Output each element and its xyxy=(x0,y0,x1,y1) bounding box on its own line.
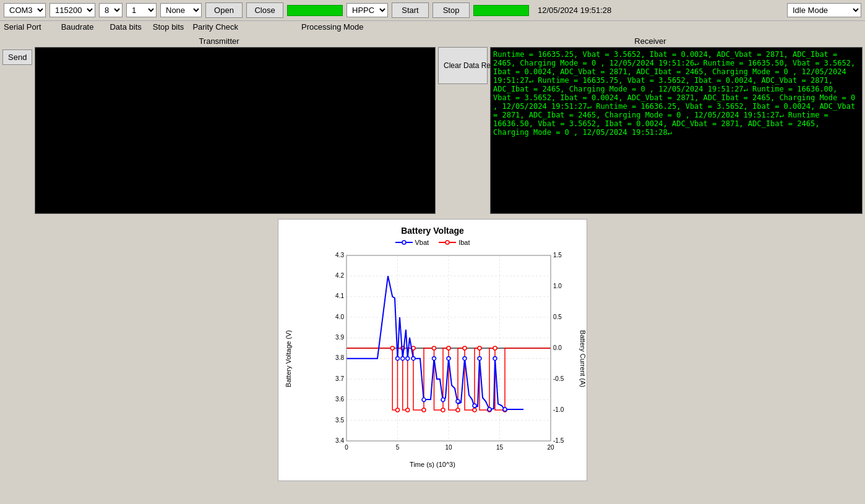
svg-point-66 xyxy=(447,357,450,361)
svg-point-68 xyxy=(463,357,467,361)
svg-text:3.9: 3.9 xyxy=(335,334,344,341)
transmitter-inner: Send xyxy=(2,47,436,214)
legend-ibat: Ibat xyxy=(439,238,470,247)
svg-text:0: 0 xyxy=(345,444,348,451)
svg-text:0.0: 0.0 xyxy=(553,344,562,351)
close-button[interactable]: Close xyxy=(246,2,283,18)
svg-point-55 xyxy=(478,346,481,350)
processing-status-light xyxy=(473,5,529,16)
svg-text:3.6: 3.6 xyxy=(335,396,344,403)
transmitter-title: Transmitter xyxy=(2,36,436,46)
legend-vbat: Vbat xyxy=(395,238,429,247)
svg-text:4.3: 4.3 xyxy=(335,252,344,258)
toolbar: COM3 COM1 COM2 COM4 115200 9600 19200 38… xyxy=(0,0,865,21)
y-right-axis-label: Battery Current (A) xyxy=(579,330,587,387)
chart-title: Battery Voltage xyxy=(291,226,574,236)
legend-vbat-label: Vbat xyxy=(415,239,429,246)
svg-point-69 xyxy=(473,404,476,408)
svg-text:20: 20 xyxy=(547,444,554,451)
svg-point-72 xyxy=(493,357,497,361)
datetime-display: 12/05/2024 19:51:28 xyxy=(538,6,611,15)
svg-point-54 xyxy=(473,408,476,412)
x-labels: 0 5 10 15 20 xyxy=(345,444,554,451)
svg-text:4.1: 4.1 xyxy=(335,293,344,299)
receiver-title: Receiver xyxy=(438,36,863,46)
svg-text:0.5: 0.5 xyxy=(553,314,562,320)
serial-port-select[interactable]: COM3 COM1 COM2 COM4 xyxy=(4,3,46,17)
tx-textarea[interactable] xyxy=(35,47,436,214)
svg-text:3.4: 3.4 xyxy=(335,437,344,444)
processing-mode-select[interactable]: HPPC CC CV xyxy=(346,3,388,17)
svg-point-43 xyxy=(390,346,394,350)
rx-display: Runtime = 16635.25, Vbat = 3.5652, Ibat … xyxy=(490,47,863,214)
svg-point-57 xyxy=(493,346,497,350)
serial-status-light xyxy=(287,5,343,16)
svg-point-61 xyxy=(406,357,410,361)
svg-text:-1.5: -1.5 xyxy=(553,437,564,444)
svg-text:3.8: 3.8 xyxy=(335,354,344,361)
processing-mode-label: Processing Mode xyxy=(301,22,363,32)
chart-container: Battery Voltage Vbat Ibat Battery Voltag… xyxy=(278,219,587,481)
clear-data-button[interactable]: Clear Data Received xyxy=(438,47,488,84)
svg-point-51 xyxy=(447,346,450,350)
chart-svg: 3.4 3.5 3.6 3.7 3.8 3.9 4.0 4.1 4.2 4.3 xyxy=(322,249,569,459)
svg-point-1 xyxy=(402,241,406,244)
main-content: Transmitter Send Receiver Clear Data Rec… xyxy=(0,34,865,484)
data-bits-select[interactable]: 8 5 6 7 xyxy=(99,3,123,17)
serial-port-label: Serial Port xyxy=(4,22,41,32)
chart-plot-area: Battery Voltage (V) Battery Current (A) xyxy=(291,249,574,468)
svg-point-63 xyxy=(422,398,426,401)
start-button[interactable]: Start xyxy=(392,2,429,18)
parity-check-select[interactable]: None Odd Even Mark Space xyxy=(160,3,202,17)
send-button[interactable]: Send xyxy=(2,49,32,65)
x-axis-label: Time (s) (10^3) xyxy=(322,461,543,468)
receiver-inner: Clear Data Received Runtime = 16635.25, … xyxy=(438,47,863,214)
svg-point-73 xyxy=(503,408,507,411)
svg-text:10: 10 xyxy=(445,444,452,451)
mode-select[interactable]: Idle Mode Active Mode Standby Mode xyxy=(787,3,861,17)
svg-point-64 xyxy=(432,357,436,361)
stop-bits-select[interactable]: 1 1.5 2 xyxy=(126,3,157,17)
labels-row: Serial Port Baudrate Data bits Stop bits… xyxy=(0,21,865,34)
svg-point-70 xyxy=(478,357,481,361)
svg-point-50 xyxy=(441,408,445,412)
svg-point-62 xyxy=(411,357,415,361)
legend-ibat-label: Ibat xyxy=(458,239,470,246)
stop-button[interactable]: Stop xyxy=(432,2,470,18)
transmitter-panel: Transmitter Send xyxy=(2,36,436,214)
svg-point-65 xyxy=(441,398,445,401)
svg-text:3.7: 3.7 xyxy=(335,375,344,382)
svg-text:3.5: 3.5 xyxy=(335,417,344,424)
chart-wrapper: Battery Voltage Vbat Ibat Battery Voltag… xyxy=(2,219,863,481)
svg-text:4.2: 4.2 xyxy=(335,272,344,279)
y-left-axis-label: Battery Voltage (V) xyxy=(285,330,292,387)
receiver-panel: Receiver Clear Data Received Runtime = 1… xyxy=(438,36,863,214)
svg-point-53 xyxy=(463,346,467,350)
svg-text:15: 15 xyxy=(496,444,504,451)
svg-point-59 xyxy=(396,357,400,361)
svg-point-71 xyxy=(488,408,491,411)
svg-text:4.0: 4.0 xyxy=(335,314,344,320)
svg-text:1.0: 1.0 xyxy=(553,283,562,289)
baudrate-label: Baudrate xyxy=(61,22,94,32)
open-button[interactable]: Open xyxy=(205,2,243,18)
svg-point-48 xyxy=(422,408,426,412)
svg-point-67 xyxy=(456,399,460,403)
baudrate-select[interactable]: 115200 9600 19200 38400 57600 xyxy=(49,3,95,17)
data-bits-label: Data bits xyxy=(110,22,141,32)
y-right-labels: -1.5 -1.0 -0.5 0.0 0.5 1.0 1.5 xyxy=(553,252,564,444)
chart-legend: Vbat Ibat xyxy=(291,238,574,247)
y-left-labels: 3.4 3.5 3.6 3.7 3.8 3.9 4.0 4.1 4.2 4.3 xyxy=(335,252,344,444)
svg-text:-1.0: -1.0 xyxy=(553,406,564,413)
svg-point-46 xyxy=(406,408,410,412)
svg-point-52 xyxy=(456,408,460,412)
stop-bits-label: Stop bits xyxy=(153,22,184,32)
svg-point-60 xyxy=(401,357,405,361)
tx-rx-section: Transmitter Send Receiver Clear Data Rec… xyxy=(2,36,863,214)
svg-text:-0.5: -0.5 xyxy=(553,375,564,382)
svg-point-44 xyxy=(396,408,400,412)
svg-point-3 xyxy=(445,241,449,244)
parity-check-label: Parity Check xyxy=(192,22,238,32)
svg-text:1.5: 1.5 xyxy=(553,252,562,258)
svg-text:5: 5 xyxy=(396,444,400,451)
